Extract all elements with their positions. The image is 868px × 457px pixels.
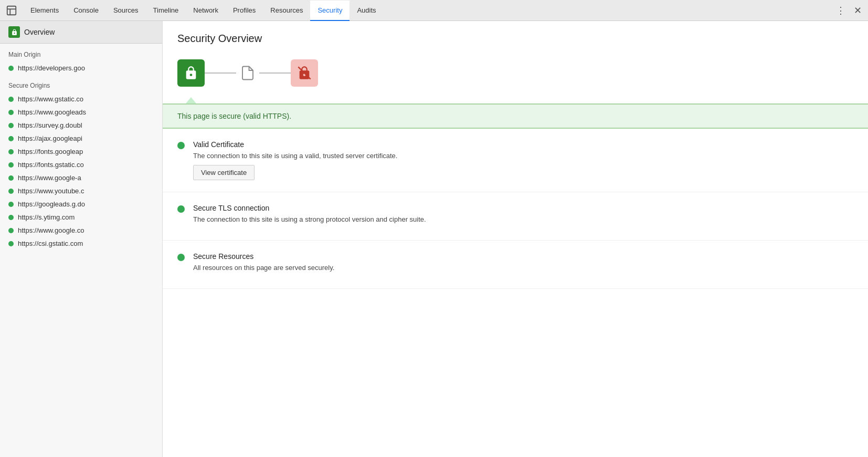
sidebar-secure-origin-item[interactable]: https://www.google-a <box>0 171 162 184</box>
info-section-title: Valid Certificate <box>193 140 397 149</box>
secure-origin-dot <box>8 149 14 154</box>
info-content: Secure TLS connectionThe connection to t… <box>193 204 426 228</box>
info-section-tls: Secure TLS connectionThe connection to t… <box>163 192 868 241</box>
sidebar-secure-origin-item[interactable]: https://www.google.co <box>0 224 162 237</box>
tab-sources[interactable]: Sources <box>106 1 146 21</box>
secure-origin-dot <box>8 123 14 128</box>
secure-origin-url: https://ajax.googleapi <box>18 134 82 142</box>
secure-origin-url: https://s.ytimg.com <box>18 213 75 221</box>
secure-origin-dot <box>8 110 14 115</box>
secure-origin-url: https://csi.gstatic.com <box>18 240 83 247</box>
secure-origin-url: https://googleads.g.do <box>18 200 85 208</box>
sidebar-secure-origin-item[interactable]: https://www.googleads <box>0 106 162 119</box>
info-section-resources: Secure ResourcesAll resources on this pa… <box>163 241 868 289</box>
security-diagram <box>163 53 868 97</box>
info-dot <box>177 205 185 213</box>
sidebar-secure-origin-item[interactable]: https://fonts.googleap <box>0 145 162 158</box>
info-section-certificate: Valid CertificateThe connection to this … <box>163 129 868 192</box>
info-section-desc: The connection to this site is using a s… <box>193 215 426 223</box>
info-dot <box>177 254 185 261</box>
sidebar: Overview Main Origin https://developers.… <box>0 21 163 457</box>
tab-audits[interactable]: Audits <box>350 1 383 21</box>
main-layout: Overview Main Origin https://developers.… <box>0 21 868 457</box>
main-origin-url: https://developers.goo <box>18 64 85 72</box>
diag-line-2 <box>259 72 291 74</box>
tab-elements[interactable]: Elements <box>23 1 66 21</box>
info-section-title: Secure TLS connection <box>193 204 426 212</box>
toolbar-actions: ⋮ ✕ <box>834 3 864 18</box>
info-row: Valid CertificateThe connection to this … <box>177 140 853 180</box>
secure-origin-dot <box>8 202 14 207</box>
info-row: Secure TLS connectionThe connection to t… <box>177 204 853 228</box>
secure-origin-dot <box>8 136 14 141</box>
sidebar-secure-origin-item[interactable]: https://survey.g.doubl <box>0 119 162 132</box>
secure-origin-url: https://www.gstatic.co <box>18 95 83 103</box>
tab-resources[interactable]: Resources <box>263 1 310 21</box>
secure-origin-dot <box>8 215 14 220</box>
secure-origin-url: https://www.google-a <box>18 174 81 182</box>
info-row: Secure ResourcesAll resources on this pa… <box>177 252 853 277</box>
secure-origin-url: https://fonts.gstatic.co <box>18 161 84 169</box>
status-text: This page is secure (valid HTTPS). <box>177 112 291 120</box>
info-sections: Valid CertificateThe connection to this … <box>163 129 868 289</box>
secure-origin-url: https://survey.g.doubl <box>18 121 82 129</box>
secure-origin-url: https://fonts.googleap <box>18 148 83 155</box>
tab-timeline[interactable]: Timeline <box>146 1 186 21</box>
insecure-lock-icon <box>291 59 318 87</box>
secure-origin-dot <box>8 97 14 102</box>
sidebar-secure-origin-item[interactable]: https://ajax.googleapi <box>0 132 162 145</box>
diag-document-icon <box>236 59 259 87</box>
sidebar-overview[interactable]: Overview <box>0 21 162 44</box>
close-button[interactable]: ✕ <box>852 3 864 18</box>
green-arrow <box>186 97 196 103</box>
sidebar-secure-origin-item[interactable]: https://csi.gstatic.com <box>0 237 162 250</box>
devtools-logo <box>4 3 19 18</box>
sidebar-secure-origin-item[interactable]: https://www.youtube.c <box>0 184 162 198</box>
content-header: Security Overview <box>163 21 868 53</box>
secure-origin-dot <box>8 175 14 181</box>
main-origin-title: Main Origin <box>0 44 162 61</box>
secure-origin-url: https://www.google.co <box>18 226 84 234</box>
main-origin-dot <box>8 66 14 71</box>
tab-network[interactable]: Network <box>186 1 226 21</box>
secure-origins-title: Secure Origins <box>0 75 162 92</box>
tab-profiles[interactable]: Profiles <box>226 1 263 21</box>
info-dot <box>177 142 185 149</box>
secure-origin-url: https://www.googleads <box>18 108 86 116</box>
sidebar-secure-origin-item[interactable]: https://fonts.gstatic.co <box>0 158 162 171</box>
page-title: Security Overview <box>177 33 853 45</box>
overview-label: Overview <box>24 28 55 36</box>
tab-list: ElementsConsoleSourcesTimelineNetworkPro… <box>23 0 834 20</box>
info-section-desc: The connection to this site is using a v… <box>193 152 397 160</box>
view-certificate-button[interactable]: View certificate <box>193 165 255 180</box>
sidebar-secure-origin-item[interactable]: https://www.gstatic.co <box>0 92 162 106</box>
more-button[interactable]: ⋮ <box>834 3 848 18</box>
devtools-toolbar: ElementsConsoleSourcesTimelineNetworkPro… <box>0 0 868 21</box>
tab-security[interactable]: Security <box>310 1 350 21</box>
overview-lock-icon <box>8 26 20 38</box>
tab-console[interactable]: Console <box>66 1 106 21</box>
sidebar-secure-origin-item[interactable]: https://googleads.g.do <box>0 198 162 211</box>
status-banner: This page is secure (valid HTTPS). <box>163 103 868 129</box>
secure-origins-list: https://www.gstatic.cohttps://www.google… <box>0 92 162 250</box>
info-content: Secure ResourcesAll resources on this pa… <box>193 252 334 277</box>
secure-origin-dot <box>8 162 14 168</box>
secure-origin-dot <box>8 241 14 246</box>
sidebar-secure-origin-item[interactable]: https://s.ytimg.com <box>0 211 162 224</box>
secure-lock-icon <box>177 59 205 87</box>
info-section-title: Secure Resources <box>193 252 334 261</box>
main-origin-item[interactable]: https://developers.goo <box>0 61 162 75</box>
green-arrow-row <box>163 97 868 103</box>
secure-origin-dot <box>8 189 14 194</box>
svg-rect-0 <box>7 6 16 15</box>
info-content: Valid CertificateThe connection to this … <box>193 140 397 180</box>
content-panel: Security Overview <box>163 21 868 457</box>
secure-origin-dot <box>8 228 14 233</box>
secure-origin-url: https://www.youtube.c <box>18 187 84 195</box>
info-section-desc: All resources on this page are served se… <box>193 264 334 272</box>
diag-line-1 <box>205 72 236 74</box>
